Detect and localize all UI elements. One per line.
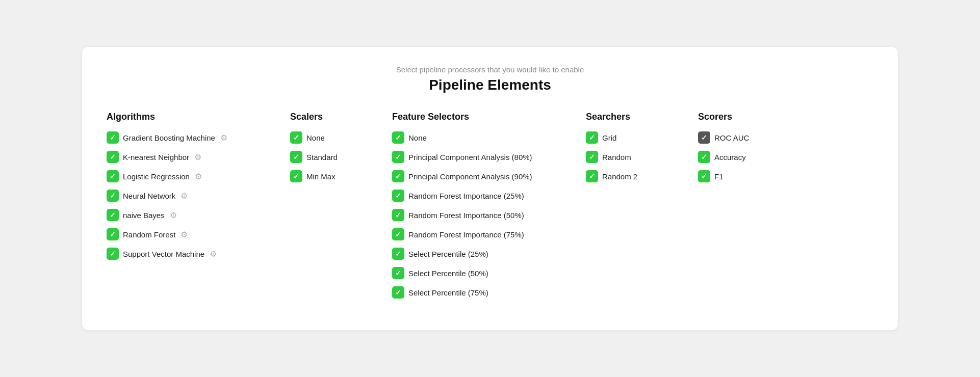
item-label: Random Forest Importance (75%) [408, 230, 524, 239]
item-label: K-nearest Neighbor [123, 153, 189, 161]
item-label: Select Percentile (75%) [408, 288, 488, 297]
list-item[interactable]: ✓ Random Forest Importance (75%) [392, 228, 565, 240]
list-item[interactable]: ✓ ROC AUC [698, 131, 780, 144]
item-label: Random Forest Importance (25%) [408, 192, 524, 200]
item-label: Standard [306, 153, 338, 161]
gear-icon[interactable]: ⚙ [180, 191, 188, 201]
list-item[interactable]: ✓ Random [586, 151, 678, 163]
item-label: Gradient Boosting Machine [123, 133, 215, 142]
checkbox-searcher-grid[interactable]: ✓ [586, 131, 598, 144]
checkbox-scorer-f1[interactable]: ✓ [698, 170, 710, 182]
list-item[interactable]: ✓ Support Vector Machine ⚙ [107, 248, 270, 260]
list-item[interactable]: ✓ Select Percentile (50%) [392, 267, 565, 279]
checkbox-fs-sp75[interactable]: ✓ [392, 286, 404, 299]
checkbox-fs-rfi75[interactable]: ✓ [392, 228, 404, 240]
checkbox-searcher-random2[interactable]: ✓ [586, 170, 598, 182]
item-label: F1 [714, 172, 724, 181]
pipeline-elements-card: Select pipeline processors that you woul… [82, 47, 898, 330]
item-label: None [408, 133, 427, 142]
item-label: Select Percentile (50%) [408, 269, 488, 278]
list-item[interactable]: ✓ Standard [290, 151, 372, 163]
list-item[interactable]: ✓ Random Forest ⚙ [107, 228, 270, 240]
searchers-heading: Searchers [586, 112, 678, 122]
gear-icon[interactable]: ⚙ [195, 172, 202, 181]
item-label: Principal Component Analysis (90%) [408, 172, 532, 181]
checkbox-fs-rfi25[interactable]: ✓ [392, 190, 404, 202]
checkbox-scorer-accuracy[interactable]: ✓ [698, 151, 710, 163]
list-item[interactable]: ✓ K-nearest Neighbor ⚙ [107, 151, 270, 163]
item-label: Random Forest [123, 230, 175, 239]
gear-icon[interactable]: ⚙ [220, 133, 227, 143]
checkbox-scaler-none[interactable]: ✓ [290, 131, 302, 144]
checkbox-scaler-standard[interactable]: ✓ [290, 151, 302, 163]
item-label: Random [602, 153, 631, 161]
item-label: ROC AUC [714, 133, 749, 142]
searchers-column: Searchers ✓ Grid ✓ Random ✓ Random 2 [586, 112, 698, 190]
item-label: Min Max [306, 172, 336, 181]
scalers-heading: Scalers [290, 112, 372, 122]
checkbox-svm[interactable]: ✓ [107, 248, 119, 260]
list-item[interactable]: ✓ Select Percentile (25%) [392, 248, 565, 260]
item-label: Grid [602, 133, 616, 142]
item-label: Random Forest Importance (50%) [408, 211, 524, 220]
list-item[interactable]: ✓ None [290, 131, 372, 144]
scorers-column: Scorers ✓ ROC AUC ✓ Accuracy ✓ F1 [698, 112, 800, 190]
checkbox-searcher-random[interactable]: ✓ [586, 151, 598, 163]
list-item[interactable]: ✓ Accuracy [698, 151, 780, 163]
gear-icon[interactable]: ⚙ [180, 230, 188, 239]
checkbox-fs-sp50[interactable]: ✓ [392, 267, 404, 279]
item-label: Random 2 [602, 172, 637, 181]
feature-selectors-column: Feature Selectors ✓ None ✓ Principal Com… [392, 112, 586, 306]
item-label: Principal Component Analysis (80%) [408, 153, 532, 161]
list-item[interactable]: ✓ Random 2 [586, 170, 678, 182]
list-item[interactable]: ✓ Random Forest Importance (25%) [392, 190, 565, 202]
gear-icon[interactable]: ⚙ [194, 152, 201, 162]
checkbox-logistic-regression[interactable]: ✓ [107, 170, 119, 182]
item-label: Logistic Regression [123, 172, 190, 181]
checkbox-fs-rfi50[interactable]: ✓ [392, 209, 404, 221]
checkbox-fs-pca80[interactable]: ✓ [392, 151, 404, 163]
algorithms-heading: Algorithms [107, 112, 270, 122]
checkbox-random-forest[interactable]: ✓ [107, 228, 119, 240]
checkbox-naive-bayes[interactable]: ✓ [107, 209, 119, 221]
checkbox-knn[interactable]: ✓ [107, 151, 119, 163]
header-title: Pipeline Elements [107, 77, 873, 93]
checkbox-fs-none[interactable]: ✓ [392, 131, 404, 144]
feature-selectors-heading: Feature Selectors [392, 112, 565, 122]
scalers-column: Scalers ✓ None ✓ Standard ✓ Min Max [290, 112, 392, 190]
header: Select pipeline processors that you woul… [107, 65, 873, 93]
list-item[interactable]: ✓ Random Forest Importance (50%) [392, 209, 565, 221]
checkbox-gradient-boosting[interactable]: ✓ [107, 131, 119, 144]
checkbox-neural-network[interactable]: ✓ [107, 190, 119, 202]
list-item[interactable]: ✓ Principal Component Analysis (80%) [392, 151, 565, 163]
item-label: naive Bayes [123, 211, 165, 220]
checkbox-scaler-minmax[interactable]: ✓ [290, 170, 302, 182]
list-item[interactable]: ✓ Select Percentile (75%) [392, 286, 565, 299]
checkbox-fs-pca90[interactable]: ✓ [392, 170, 404, 182]
list-item[interactable]: ✓ None [392, 131, 565, 144]
checkbox-fs-sp25[interactable]: ✓ [392, 248, 404, 260]
list-item[interactable]: ✓ Principal Component Analysis (90%) [392, 170, 565, 182]
item-label: Neural Network [123, 192, 175, 200]
list-item[interactable]: ✓ Neural Network ⚙ [107, 190, 270, 202]
list-item[interactable]: ✓ Grid [586, 131, 678, 144]
checkbox-scorer-roc-auc[interactable]: ✓ [698, 131, 710, 144]
list-item[interactable]: ✓ Logistic Regression ⚙ [107, 170, 270, 182]
item-label: Support Vector Machine [123, 250, 204, 258]
gear-icon[interactable]: ⚙ [210, 249, 217, 259]
list-item[interactable]: ✓ F1 [698, 170, 780, 182]
gear-icon[interactable]: ⚙ [170, 210, 177, 220]
list-item[interactable]: ✓ Min Max [290, 170, 372, 182]
columns-container: Algorithms ✓ Gradient Boosting Machine ⚙… [107, 112, 873, 306]
list-item[interactable]: ✓ Gradient Boosting Machine ⚙ [107, 131, 270, 144]
item-label: Select Percentile (25%) [408, 250, 488, 258]
item-label: None [306, 133, 325, 142]
algorithms-column: Algorithms ✓ Gradient Boosting Machine ⚙… [107, 112, 290, 267]
scorers-heading: Scorers [698, 112, 780, 122]
list-item[interactable]: ✓ naive Bayes ⚙ [107, 209, 270, 221]
header-subtitle: Select pipeline processors that you woul… [107, 65, 873, 74]
item-label: Accuracy [714, 153, 746, 161]
